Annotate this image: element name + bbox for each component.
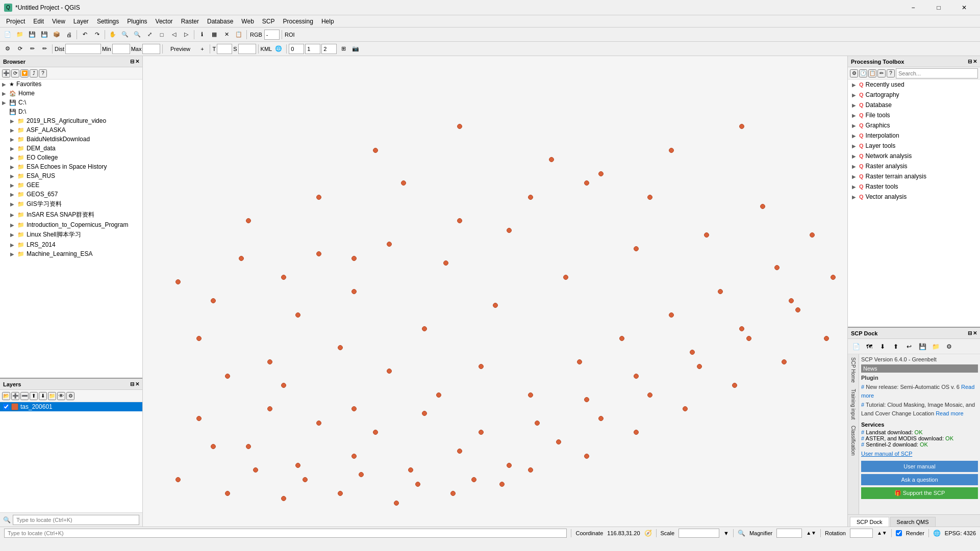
zoom-layer-button[interactable]: □ — [156, 29, 167, 40]
layers-add-button[interactable]: ➕ — [11, 392, 19, 400]
layers-up-button[interactable]: ⬆ — [30, 392, 38, 400]
map-canvas[interactable] — [143, 56, 847, 527]
zoom-out-button[interactable]: 🔍 — [132, 29, 143, 40]
browser-tree-item[interactable]: ▶ 📁 GIS学习资料 — [0, 199, 142, 209]
menu-item-web[interactable]: Web — [237, 17, 258, 26]
tab-scp-dock[interactable]: SCP Dock — [850, 517, 889, 527]
undo-button[interactable]: ↶ — [79, 29, 90, 40]
processing-close-button[interactable]: ✕ — [973, 59, 977, 64]
layers-float-button[interactable]: ⊟ — [130, 381, 134, 387]
proc-tree-item[interactable]: ▶ Q Layer tools — [848, 141, 980, 151]
scp-home-label[interactable]: SCP Home — [849, 354, 857, 386]
browser-filter-button[interactable]: 🔽 — [20, 69, 29, 77]
proc-history-button[interactable]: 🕐 — [859, 69, 867, 77]
browser-tree-item[interactable]: 💾 D:\ — [0, 107, 142, 116]
menu-item-help[interactable]: Help — [317, 17, 338, 26]
scale-input[interactable]: 1:6662346 — [679, 529, 719, 538]
zoom2-input[interactable] — [321, 44, 337, 54]
browser-tree-item[interactable]: ▶ 📁 GEOS_657 — [0, 190, 142, 199]
browser-tree-item[interactable]: ▶ 📁 ESA Echoes in Space History — [0, 162, 142, 171]
proc-help-button[interactable]: ? — [887, 69, 895, 77]
layers-filter-button[interactable]: ⚙ — [66, 392, 74, 400]
deselect-button[interactable]: ✕ — [221, 29, 232, 40]
maximize-button[interactable]: □ — [927, 0, 950, 15]
browser-tree-item[interactable]: ▶ 📁 ASF_ALASKA — [0, 125, 142, 135]
magnifier-input[interactable]: 100% — [776, 529, 802, 538]
proc-tree-item[interactable]: ▶ Q Database — [848, 100, 980, 110]
save-as-button[interactable]: 💾 — [39, 29, 50, 40]
screenshot-button[interactable]: 📷 — [350, 43, 361, 55]
tb2-btn1[interactable]: ⚙ — [2, 43, 13, 55]
browser-tree-item[interactable]: ▶ 🏠 Home — [0, 89, 142, 98]
save-pkg-button[interactable]: 📦 — [51, 29, 62, 40]
zoom-next-button[interactable]: ▷ — [181, 29, 192, 40]
locate-input[interactable] — [13, 515, 139, 525]
proc-tree-item[interactable]: ▶ Q Interpolation — [848, 130, 980, 141]
menu-item-plugins[interactable]: Plugins — [123, 17, 151, 26]
zoom-prev-button[interactable]: ◁ — [168, 29, 180, 40]
user-manual-link[interactable]: User manual of SCP — [861, 451, 978, 457]
browser-tree-item[interactable]: ▶ 📁 LRS_2014 — [0, 240, 142, 249]
menu-item-view[interactable]: View — [48, 17, 69, 26]
proc-tree-item[interactable]: ▶ Q Vector analysis — [848, 192, 980, 202]
ask-question-button[interactable]: Ask a question — [861, 474, 978, 485]
layer-item[interactable]: tas_200601 — [0, 402, 142, 411]
layers-group-button[interactable]: 📁 — [48, 392, 56, 400]
rotation-stepper[interactable]: ▲▼ — [877, 530, 887, 536]
proc-tree-item[interactable]: ▶ Q Raster analysis — [848, 161, 980, 171]
layers-close-button[interactable]: ✕ — [135, 381, 139, 387]
scp-btn3[interactable]: ⬇ — [876, 340, 889, 353]
close-button[interactable]: ✕ — [952, 0, 976, 15]
browser-tree-item[interactable]: ▶ 📁 Linux Shell脚本学习 — [0, 229, 142, 240]
scp-btn8[interactable]: ⚙ — [943, 340, 955, 353]
scale-arrow-down[interactable]: ▼ — [723, 530, 729, 536]
minimize-button[interactable]: − — [901, 0, 925, 15]
layer-checkbox[interactable] — [3, 404, 9, 410]
proc-settings-button[interactable]: ⚙ — [850, 69, 858, 77]
save-project-button[interactable]: 💾 — [27, 29, 38, 40]
layers-visibility-button[interactable]: 👁 — [57, 392, 65, 400]
browser-tree-item[interactable]: ▶ 📁 ESA_RUS — [0, 171, 142, 180]
scp-btn5[interactable]: ↩ — [903, 340, 915, 353]
scp-btn4[interactable]: ⬆ — [890, 340, 902, 353]
proc-tree-item[interactable]: ▶ Q File tools — [848, 110, 980, 120]
browser-tree-item[interactable]: ▶ ★ Favorites — [0, 80, 142, 89]
roi-button[interactable]: ROI — [284, 29, 295, 40]
proc-tree-item[interactable]: ▶ Q Cartography — [848, 90, 980, 100]
proc-tree-item[interactable]: ▶ Q Raster tools — [848, 181, 980, 192]
browser-tree-item[interactable]: ▶ 📁 Machine_Learning_ESA — [0, 249, 142, 258]
browser-tree-item[interactable]: ▶ 💾 C:\ — [0, 98, 142, 107]
identify-button[interactable]: ℹ — [196, 29, 208, 40]
proc-tree-item[interactable]: ▶ Q Graphics — [848, 120, 980, 130]
layers-down-button[interactable]: ⬇ — [39, 392, 47, 400]
rotation-input[interactable]: 0.0 ° — [850, 529, 873, 538]
render-checkbox[interactable] — [896, 530, 902, 536]
zoom-in-button[interactable]: 🔍 — [119, 29, 131, 40]
processing-search[interactable] — [896, 68, 978, 78]
scp-btn6[interactable]: 💾 — [916, 340, 928, 353]
layers-open-button[interactable]: 📂 — [2, 392, 10, 400]
dist-input[interactable]: 0.010000 — [65, 44, 101, 54]
scp-btn1[interactable]: 📄 — [850, 340, 862, 353]
menu-item-edit[interactable]: Edit — [29, 17, 48, 26]
browser-tree-item[interactable]: ▶ 📁 InSAR ESA SNAP群资料 — [0, 209, 142, 220]
menu-item-database[interactable]: Database — [203, 17, 237, 26]
max-input[interactable]: 100 — [142, 44, 160, 54]
open-project-button[interactable]: 📁 — [14, 29, 26, 40]
browser-close-button[interactable]: ✕ — [135, 59, 139, 64]
browser-collapse-button[interactable]: ⤴ — [30, 69, 38, 77]
tb2-btn4[interactable]: ✏ — [39, 43, 50, 55]
kml-button[interactable]: 🌐 — [273, 43, 284, 55]
read-more-2[interactable]: Read more — [936, 410, 963, 416]
scp-float-button[interactable]: ⊟ — [968, 330, 972, 336]
browser-refresh-button[interactable]: ⟳ — [11, 69, 19, 77]
browser-tree-item[interactable]: ▶ 📁 2019_LRS_Agriculture_video — [0, 116, 142, 125]
redo-button[interactable]: ↷ — [91, 29, 103, 40]
proc-tree-item[interactable]: ▶ Q Network analysis — [848, 151, 980, 161]
browser-tree-item[interactable]: ▶ 📁 Introduction_to_Copernicus_Program — [0, 220, 142, 229]
menu-item-raster[interactable]: Raster — [177, 17, 203, 26]
user-manual-button[interactable]: User manual — [861, 461, 978, 472]
tab-search-qms[interactable]: Search QMS — [890, 517, 936, 527]
print-button[interactable]: 🖨 — [63, 29, 74, 40]
menu-item-settings[interactable]: Settings — [93, 17, 123, 26]
